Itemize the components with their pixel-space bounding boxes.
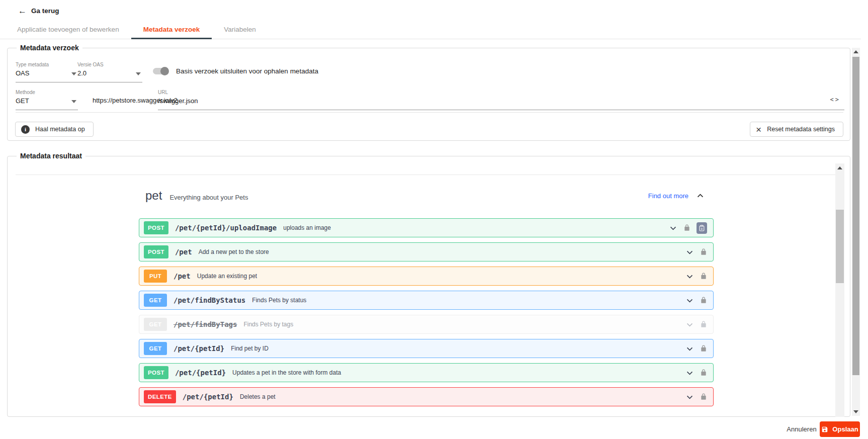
field-label: Versie OAS [77, 62, 142, 67]
code-brackets-icon[interactable]: <> [830, 96, 840, 103]
lock-icon[interactable] [700, 248, 707, 256]
back-arrow-icon: ← [18, 7, 27, 15]
url-input[interactable]: /swagger.json [158, 97, 844, 106]
operation-row[interactable]: GET /pet/{petId} Find pet by ID [139, 339, 714, 358]
dropdown-caret-icon [136, 72, 141, 75]
type-metadata-value[interactable]: OAS [16, 69, 78, 78]
operation-summary: Finds Pets by status [252, 297, 306, 304]
operation-row[interactable]: DELETE /pet/{petId} Deletes a pet [139, 387, 714, 406]
field-underline [16, 110, 78, 110]
scroll-up-button[interactable] [852, 50, 860, 53]
operation-row[interactable]: POST /pet Add a new pet to the store [139, 242, 714, 261]
method-badge: GET [144, 318, 167, 331]
chevron-down-icon[interactable] [685, 393, 694, 401]
method-badge: POST [144, 245, 168, 258]
find-out-more-link[interactable]: Find out more [648, 192, 705, 200]
fetch-metadata-button[interactable]: i Haal metadata op [15, 122, 94, 137]
operation-path: /pet/{petId} [183, 393, 233, 401]
operation-summary: Finds Pets by tags [243, 321, 293, 328]
chevron-up-icon[interactable] [696, 192, 705, 200]
operation-summary: Update an existing pet [197, 273, 257, 280]
active-tab-indicator [131, 38, 212, 39]
cancel-button[interactable]: Annuleren [780, 421, 823, 437]
lock-icon[interactable] [700, 272, 707, 280]
operation-controls [685, 272, 707, 281]
select-value: 2.0 [77, 69, 86, 77]
metadata-request-panel: Metadata verzoek Type metadata OAS Versi… [7, 48, 850, 141]
operation-path: /pet/findByTags [173, 320, 237, 328]
chevron-down-icon[interactable] [685, 272, 694, 281]
method-badge: POST [144, 366, 168, 379]
toggle-label: Basis verzoek uitsluiten voor ophalen me… [176, 67, 318, 75]
back-button[interactable]: ← Ga terug [18, 7, 59, 15]
operations-list: POST /pet/{petId}/uploadImage uploads an… [139, 218, 714, 411]
scroll-down-button[interactable] [852, 410, 860, 413]
reset-metadata-settings-button[interactable]: × Reset metadata settings [750, 122, 843, 137]
lock-icon[interactable] [700, 296, 707, 304]
chevron-down-icon[interactable] [669, 224, 677, 232]
operation-row[interactable]: POST /pet/{petId}/uploadImage uploads an… [139, 218, 714, 237]
swagger-tag-header: pet Everything about your Pets Find out … [139, 185, 714, 206]
operation-path: /pet/findByStatus [173, 296, 245, 304]
scrollbar-thumb[interactable] [852, 57, 859, 375]
operation-summary: uploads an image [283, 224, 331, 231]
save-floppy-icon [821, 426, 828, 433]
operation-summary: Find pet by ID [231, 345, 269, 352]
save-button[interactable]: Opslaan [820, 421, 860, 437]
field-underline [77, 82, 142, 82]
chevron-down-icon[interactable] [685, 296, 694, 305]
operation-path: /pet/{petId}/uploadImage [175, 224, 277, 232]
lock-icon[interactable] [700, 369, 707, 377]
chevron-down-icon[interactable] [685, 248, 694, 256]
tag-name: pet [139, 189, 162, 203]
chevron-down-icon[interactable] [685, 320, 694, 329]
operation-path: /pet/{petId} [175, 369, 226, 377]
method-badge: PUT [144, 270, 167, 283]
divider [16, 112, 843, 113]
operation-row[interactable]: GET /pet/findByTags Finds Pets by tags [139, 315, 714, 334]
close-icon: × [756, 125, 761, 134]
dropdown-caret-icon [71, 100, 76, 103]
operation-row[interactable]: POST /pet/{petId} Updates a pet in the s… [139, 363, 714, 382]
tab-metadata-verzoek[interactable]: Metadata verzoek [131, 20, 212, 39]
page-scrollbar [852, 48, 860, 416]
tab-bar: Applicatie toevoegen of bewerken Metadat… [0, 20, 861, 39]
type-metadata-select: Type metadata OAS [16, 62, 78, 82]
scrollbar-thumb[interactable] [836, 210, 844, 283]
url-value: /swagger.json [158, 97, 198, 105]
methode-select: Methode GET [16, 90, 78, 110]
operation-summary: Updates a pet in the store with form dat… [232, 369, 341, 376]
select-value: OAS [16, 69, 29, 77]
back-label: Ga terug [31, 7, 59, 15]
versie-oas-value[interactable]: 2.0 [77, 69, 142, 78]
operation-row[interactable]: GET /pet/findByStatus Finds Pets by stat… [139, 291, 714, 310]
lock-icon[interactable] [683, 224, 690, 232]
url-field: URL /swagger.json <> [158, 90, 844, 110]
operation-controls [685, 320, 707, 329]
chevron-down-icon[interactable] [685, 344, 694, 353]
method-badge: POST [144, 221, 168, 234]
lock-icon[interactable] [700, 320, 707, 328]
link-label: Find out more [648, 192, 688, 200]
dropdown-caret-icon [71, 72, 76, 75]
lock-icon[interactable] [700, 393, 707, 401]
info-icon: i [21, 125, 30, 134]
field-label: URL [158, 90, 844, 95]
application-settings-page: ← Ga terug Applicatie toevoegen of bewer… [0, 0, 868, 439]
operation-row[interactable]: PUT /pet Update an existing pet [139, 267, 714, 286]
exclude-base-request-toggle[interactable] [153, 68, 168, 74]
tab-label: Variabelen [224, 26, 256, 33]
operation-controls [685, 393, 707, 401]
tab-label: Applicatie toevoegen of bewerken [17, 26, 119, 33]
toggle-knob [160, 67, 169, 75]
scroll-up-button[interactable] [835, 166, 844, 169]
lock-icon[interactable] [700, 344, 707, 353]
tab-applicatie-toevoegen[interactable]: Applicatie toevoegen of bewerken [5, 20, 131, 39]
chevron-down-icon[interactable] [685, 369, 694, 377]
operation-controls [685, 369, 707, 377]
clipboard-icon[interactable] [697, 222, 707, 234]
tab-variabelen[interactable]: Variabelen [212, 20, 268, 39]
methode-value[interactable]: GET [16, 97, 78, 106]
field-underline [16, 82, 78, 82]
button-label: Opslaan [832, 425, 858, 433]
